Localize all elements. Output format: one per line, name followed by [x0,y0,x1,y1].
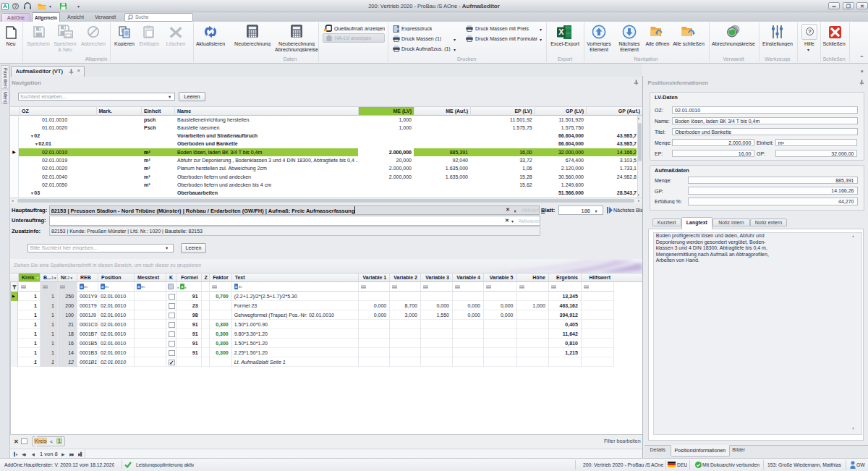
svg-text:X: X [558,27,564,36]
